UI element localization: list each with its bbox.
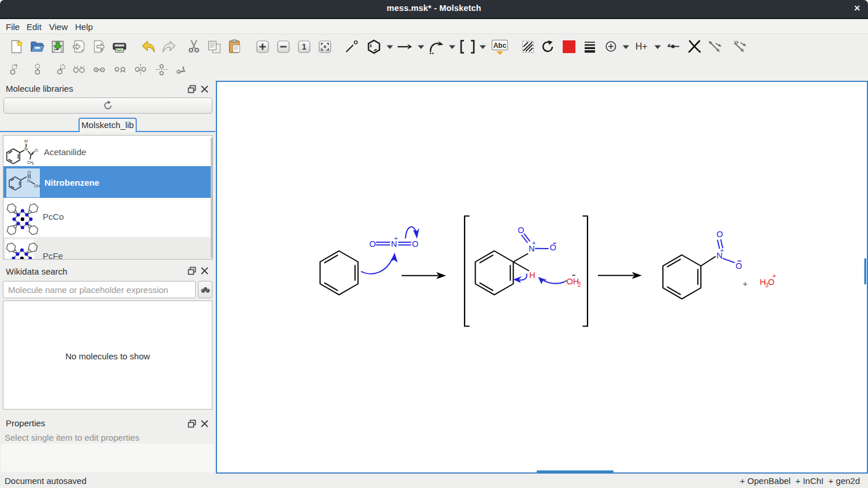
svg-text:N: N — [27, 178, 31, 183]
svg-text:OH: OH — [566, 277, 579, 286]
svg-text:3: 3 — [32, 162, 34, 166]
svg-text:H: H — [24, 138, 28, 144]
svg-text:OH: OH — [34, 184, 40, 188]
svg-text:H: H — [529, 271, 535, 280]
svg-text:O: O — [736, 261, 742, 271]
svg-text:O: O — [369, 239, 376, 249]
svg-text:+: + — [720, 247, 724, 254]
svg-text:O: O — [412, 239, 418, 249]
svg-text:1: 1 — [302, 42, 306, 51]
svg-text:+: + — [532, 239, 536, 246]
svg-text:O: O — [28, 170, 31, 175]
svg-text:+: + — [772, 272, 776, 279]
svg-text:O: O — [717, 230, 723, 239]
svg-text:O: O — [35, 148, 38, 152]
svg-text:N: N — [24, 147, 28, 152]
svg-text:O: O — [550, 243, 556, 252]
svg-text:O: O — [518, 226, 524, 235]
svg-text:Abc: Abc — [493, 42, 507, 50]
svg-text:+: + — [394, 235, 398, 242]
svg-text:+: + — [743, 279, 748, 288]
svg-text:2: 2 — [578, 281, 581, 288]
